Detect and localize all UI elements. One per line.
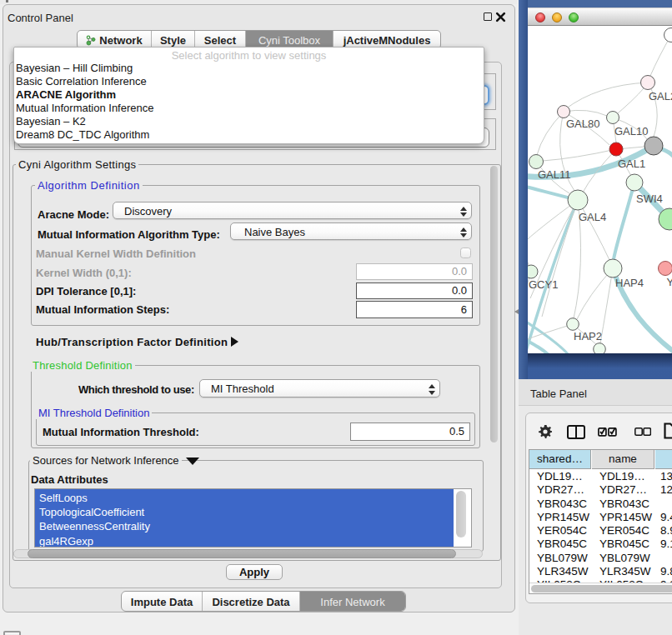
svg-text:GAL4: GAL4	[579, 211, 606, 223]
svg-text:GAL10: GAL10	[614, 125, 648, 138]
svg-text:GAL2: GAL2	[649, 90, 672, 102]
svg-text:GAL1: GAL1	[618, 158, 645, 170]
svg-text:SWI4: SWI4	[636, 192, 663, 205]
svg-text:GAL11: GAL11	[538, 168, 571, 181]
svg-text:GAL80: GAL80	[566, 118, 599, 130]
svg-text:HAP2: HAP2	[574, 330, 602, 342]
svg-text:GCY1: GCY1	[529, 278, 558, 291]
svg-text:HAP4: HAP4	[615, 277, 644, 289]
svg-text:Y: Y	[667, 276, 672, 288]
